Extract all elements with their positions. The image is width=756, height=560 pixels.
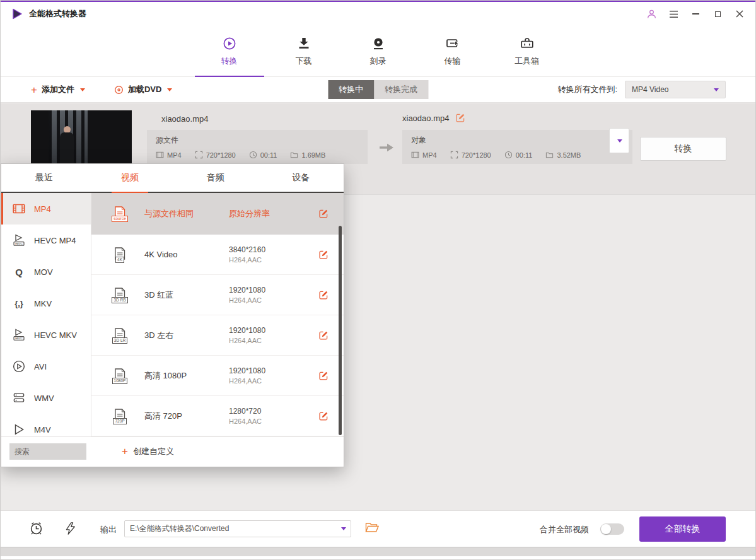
preset-hd-720p[interactable]: 720P 高清 720P 1280*720H264,AAC <box>91 396 344 436</box>
toggle-knob <box>601 524 611 534</box>
clock-icon <box>504 151 513 159</box>
tab-toolbox[interactable]: 工具箱 <box>506 26 548 76</box>
merge-toggle[interactable] <box>600 523 624 535</box>
popup-tab-recent[interactable]: 最近 <box>1 164 87 192</box>
chevron-down-icon <box>714 88 719 91</box>
maximize-button[interactable] <box>712 8 723 20</box>
queue-tabs: 转换中 转换完成 <box>328 80 428 99</box>
output-format-value: MP4 Video <box>632 85 668 94</box>
format-item-m4v[interactable]: M4V <box>1 414 91 436</box>
add-files-button[interactable]: + 添加文件 <box>31 84 85 95</box>
main-nav: 转换 下载 刻录 传输 工具箱 <box>1 26 755 77</box>
close-button[interactable] <box>734 8 745 20</box>
hevc-play-icon: HEVC <box>11 233 26 248</box>
preset-3d-left-right[interactable]: 3D LR 3D 左右 1920*1080H264,AAC <box>91 315 344 356</box>
menu-icon[interactable] <box>668 8 679 20</box>
toolbar-right: 转换所有文件到: MP4 Video <box>557 77 726 102</box>
preset-3d-red-blue[interactable]: 3D RB 3D 红蓝 1920*1080H264,AAC <box>91 275 344 315</box>
edit-preset-icon[interactable] <box>318 250 329 260</box>
preset-same-as-source[interactable]: source 与源文件相同 原始分辨率 <box>91 193 344 235</box>
account-icon[interactable] <box>646 8 657 20</box>
convert-all-to-label: 转换所有文件到: <box>557 84 617 95</box>
preset-format-icon: 3D LR <box>109 327 131 344</box>
format-picker-tabs: 最近 视频 音频 设备 <box>1 164 344 193</box>
edit-preset-icon[interactable] <box>318 411 329 421</box>
schedule-icon[interactable] <box>28 520 44 536</box>
load-dvd-button[interactable]: 加载DVD <box>114 84 172 95</box>
source-file-name: xiaodao.mp4 <box>161 114 208 124</box>
format-item-mkv[interactable]: {,} MKV <box>1 288 91 319</box>
format-item-hevc-mkv[interactable]: HEVC HEVC MKV <box>1 319 91 351</box>
tab-finished[interactable]: 转换完成 <box>374 80 428 99</box>
target-resolution: 720*1280 <box>450 151 491 159</box>
folder-icon <box>545 151 554 159</box>
high-speed-icon[interactable] <box>63 522 76 535</box>
edit-preset-icon[interactable] <box>318 371 329 381</box>
preset-format-icon: 1080P <box>109 368 131 384</box>
tab-download-label: 下载 <box>296 55 312 67</box>
source-resolution: 720*1280 <box>195 151 236 159</box>
edit-preset-icon[interactable] <box>318 290 329 300</box>
tab-converting[interactable]: 转换中 <box>328 80 374 99</box>
source-panel-title: 源文件 <box>156 135 359 146</box>
preset-scrollbar[interactable] <box>339 226 342 435</box>
popup-tab-device[interactable]: 设备 <box>258 164 344 192</box>
chevron-down-icon[interactable] <box>341 527 346 530</box>
resolution-icon <box>450 151 458 159</box>
tab-convert[interactable]: 转换 <box>209 26 250 76</box>
rename-icon[interactable] <box>455 113 465 123</box>
window-accent-line <box>1 1 755 2</box>
toolbar-left: + 添加文件 加载DVD <box>31 77 172 102</box>
convert-file-button[interactable]: 转换 <box>640 137 726 161</box>
format-item-avi[interactable]: AVI <box>1 351 91 382</box>
play-outline-icon <box>11 422 26 436</box>
popup-tab-video[interactable]: 视频 <box>87 164 173 192</box>
output-format-select[interactable]: MP4 Video <box>625 81 726 98</box>
tab-burn-label: 刻录 <box>370 55 387 67</box>
app-title: 全能格式转换器 <box>29 8 86 20</box>
window-bottom-edge <box>1 547 755 556</box>
add-files-label: 添加文件 <box>42 84 74 95</box>
target-panel-title: 对象 <box>411 135 624 146</box>
format-item-mp4[interactable]: MP4 <box>1 193 91 225</box>
tab-convert-label: 转换 <box>221 55 238 67</box>
format-search-input[interactable] <box>9 443 86 460</box>
plus-icon: + <box>31 85 37 95</box>
target-file-name: xiaodao.mp4 <box>402 114 449 123</box>
preset-format-icon: 3D RB <box>109 287 131 303</box>
popup-tab-audio[interactable]: 音频 <box>173 164 259 192</box>
format-item-wmv[interactable]: WMV <box>1 382 91 414</box>
video-format-icon <box>411 151 419 159</box>
tab-download[interactable]: 下载 <box>283 26 325 76</box>
format-item-mov[interactable]: Q MOV <box>1 256 91 288</box>
preset-hd-1080p[interactable]: 1080P 高清 1080P 1920*1080H264,AAC <box>91 356 344 396</box>
app-window: 全能格式转换器 转换 下载 刻录 传输 工具箱 <box>0 0 756 560</box>
edit-preset-icon[interactable] <box>318 209 329 219</box>
output-path-input[interactable] <box>124 520 351 537</box>
flow-arrow-icon <box>378 142 395 153</box>
tab-toolbox-label: 工具箱 <box>515 55 539 67</box>
dvd-icon <box>114 85 124 95</box>
convert-all-button[interactable]: 全部转换 <box>639 516 726 542</box>
tab-transfer[interactable]: 传输 <box>432 26 474 76</box>
layers-icon <box>11 390 26 405</box>
tab-burn[interactable]: 刻录 <box>358 26 399 76</box>
create-custom-label: 创建自定义 <box>133 446 174 457</box>
target-name-row: xiaodao.mp4 <box>402 113 465 123</box>
minimize-button[interactable] <box>690 8 701 20</box>
chevron-down-icon <box>617 139 622 143</box>
toolbar: + 添加文件 加载DVD 转换中 转换完成 转换所有文件到: MP4 Video <box>1 77 755 103</box>
edit-preset-icon[interactable] <box>318 330 329 341</box>
titlebar: 全能格式转换器 <box>1 2 755 26</box>
folder-icon <box>290 151 298 159</box>
source-info-panel: 源文件 MP4 720*1280 00:11 1.69MB <box>147 130 368 164</box>
target-size: 3.52MB <box>545 151 581 159</box>
footer-bar: 输出 合并全部视频 全部转换 <box>1 510 755 547</box>
open-folder-icon[interactable] <box>365 522 379 534</box>
target-format-dropdown-button[interactable] <box>609 128 629 153</box>
preset-format-icon: 4K <box>109 247 131 263</box>
create-custom-button[interactable]: + 创建自定义 <box>122 446 174 457</box>
output-path-box <box>124 520 351 537</box>
preset-4k-video[interactable]: 4K 4K Video 3840*2160H264,AAC <box>91 235 344 275</box>
format-item-hevc-mp4[interactable]: HEVC HEVC MP4 <box>1 225 91 256</box>
